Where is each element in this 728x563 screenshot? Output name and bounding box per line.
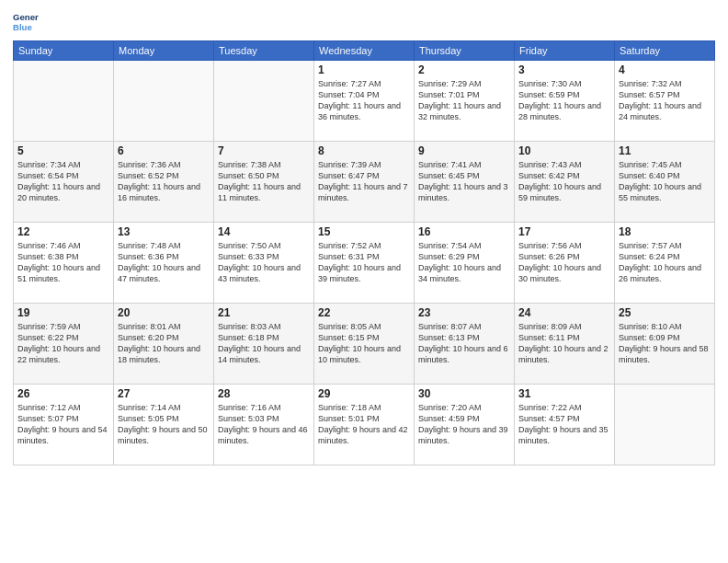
calendar-cell: 22Sunrise: 8:05 AMSunset: 6:15 PMDayligh… (314, 304, 415, 385)
calendar-cell: 13Sunrise: 7:48 AMSunset: 6:36 PMDayligh… (114, 223, 214, 304)
logo: General Blue (13, 9, 39, 35)
day-info: Sunrise: 7:30 AMSunset: 6:59 PMDaylight:… (518, 78, 610, 123)
calendar-header: SundayMondayTuesdayWednesdayThursdayFrid… (14, 41, 715, 61)
day-number: 3 (518, 63, 610, 76)
day-info: Sunrise: 7:22 AMSunset: 4:57 PMDaylight:… (518, 402, 610, 447)
svg-text:Blue: Blue (13, 22, 32, 32)
calendar-cell: 5Sunrise: 7:34 AMSunset: 6:54 PMDaylight… (14, 142, 114, 223)
day-info: Sunrise: 8:03 AMSunset: 6:18 PMDaylight:… (218, 321, 310, 366)
svg-text:General: General (13, 12, 39, 22)
day-number: 15 (318, 225, 410, 238)
day-info: Sunrise: 8:05 AMSunset: 6:15 PMDaylight:… (318, 321, 410, 366)
day-info: Sunrise: 7:34 AMSunset: 6:54 PMDaylight:… (17, 159, 109, 204)
calendar-cell: 11Sunrise: 7:45 AMSunset: 6:40 PMDayligh… (615, 142, 715, 223)
calendar-cell: 24Sunrise: 8:09 AMSunset: 6:11 PMDayligh… (515, 304, 615, 385)
weekday-header-monday: Monday (114, 41, 214, 61)
day-number: 26 (17, 387, 109, 400)
day-info: Sunrise: 7:12 AMSunset: 5:07 PMDaylight:… (17, 402, 109, 447)
day-info: Sunrise: 7:36 AMSunset: 6:52 PMDaylight:… (118, 159, 210, 204)
day-number: 25 (619, 306, 711, 319)
day-info: Sunrise: 7:32 AMSunset: 6:57 PMDaylight:… (619, 78, 711, 123)
calendar-cell: 20Sunrise: 8:01 AMSunset: 6:20 PMDayligh… (114, 304, 214, 385)
day-info: Sunrise: 7:27 AMSunset: 7:04 PMDaylight:… (318, 78, 410, 123)
calendar-body: 1Sunrise: 7:27 AMSunset: 7:04 PMDaylight… (14, 61, 715, 465)
day-number: 20 (118, 306, 210, 319)
calendar-cell: 30Sunrise: 7:20 AMSunset: 4:59 PMDayligh… (415, 385, 515, 465)
calendar-cell: 26Sunrise: 7:12 AMSunset: 5:07 PMDayligh… (14, 385, 114, 465)
calendar-cell (14, 61, 114, 142)
day-number: 7 (218, 144, 310, 157)
calendar-week-5: 26Sunrise: 7:12 AMSunset: 5:07 PMDayligh… (14, 385, 715, 465)
calendar-page: General Blue SundayMondayTuesdayWednesda… (0, 0, 728, 563)
calendar-cell: 31Sunrise: 7:22 AMSunset: 4:57 PMDayligh… (515, 385, 615, 465)
day-number: 5 (17, 144, 109, 157)
calendar-cell: 7Sunrise: 7:38 AMSunset: 6:50 PMDaylight… (214, 142, 314, 223)
day-number: 30 (418, 387, 510, 400)
calendar-week-2: 5Sunrise: 7:34 AMSunset: 6:54 PMDaylight… (14, 142, 715, 223)
day-info: Sunrise: 7:46 AMSunset: 6:38 PMDaylight:… (17, 240, 109, 285)
day-number: 24 (518, 306, 610, 319)
day-number: 17 (518, 225, 610, 238)
day-info: Sunrise: 7:56 AMSunset: 6:26 PMDaylight:… (518, 240, 610, 285)
calendar-cell: 18Sunrise: 7:57 AMSunset: 6:24 PMDayligh… (615, 223, 715, 304)
day-number: 21 (218, 306, 310, 319)
day-number: 10 (518, 144, 610, 157)
calendar-cell: 27Sunrise: 7:14 AMSunset: 5:05 PMDayligh… (114, 385, 214, 465)
calendar-cell: 12Sunrise: 7:46 AMSunset: 6:38 PMDayligh… (14, 223, 114, 304)
day-info: Sunrise: 7:45 AMSunset: 6:40 PMDaylight:… (619, 159, 711, 204)
day-number: 6 (118, 144, 210, 157)
calendar-cell (214, 61, 314, 142)
day-info: Sunrise: 7:59 AMSunset: 6:22 PMDaylight:… (17, 321, 109, 366)
calendar-cell: 8Sunrise: 7:39 AMSunset: 6:47 PMDaylight… (314, 142, 415, 223)
day-info: Sunrise: 8:07 AMSunset: 6:13 PMDaylight:… (418, 321, 510, 366)
day-info: Sunrise: 8:09 AMSunset: 6:11 PMDaylight:… (518, 321, 610, 366)
day-number: 22 (318, 306, 410, 319)
calendar-cell: 19Sunrise: 7:59 AMSunset: 6:22 PMDayligh… (14, 304, 114, 385)
calendar-week-1: 1Sunrise: 7:27 AMSunset: 7:04 PMDaylight… (14, 61, 715, 142)
calendar-cell (615, 385, 715, 465)
day-number: 31 (518, 387, 610, 400)
day-info: Sunrise: 7:39 AMSunset: 6:47 PMDaylight:… (318, 159, 410, 204)
weekday-header-sunday: Sunday (14, 41, 114, 61)
weekday-header-tuesday: Tuesday (214, 41, 314, 61)
calendar-cell: 1Sunrise: 7:27 AMSunset: 7:04 PMDaylight… (314, 61, 415, 142)
weekday-header-friday: Friday (515, 41, 615, 61)
calendar-cell: 21Sunrise: 8:03 AMSunset: 6:18 PMDayligh… (214, 304, 314, 385)
day-info: Sunrise: 8:10 AMSunset: 6:09 PMDaylight:… (619, 321, 711, 366)
day-number: 14 (218, 225, 310, 238)
day-info: Sunrise: 7:16 AMSunset: 5:03 PMDaylight:… (218, 402, 310, 447)
day-number: 2 (418, 63, 510, 76)
calendar-table: SundayMondayTuesdayWednesdayThursdayFrid… (13, 40, 715, 465)
calendar-week-3: 12Sunrise: 7:46 AMSunset: 6:38 PMDayligh… (14, 223, 715, 304)
header: General Blue (13, 9, 715, 35)
calendar-cell (114, 61, 214, 142)
day-number: 29 (318, 387, 410, 400)
weekday-row: SundayMondayTuesdayWednesdayThursdayFrid… (14, 41, 715, 61)
day-number: 27 (118, 387, 210, 400)
calendar-cell: 29Sunrise: 7:18 AMSunset: 5:01 PMDayligh… (314, 385, 415, 465)
day-number: 18 (619, 225, 711, 238)
day-info: Sunrise: 7:14 AMSunset: 5:05 PMDaylight:… (118, 402, 210, 447)
day-info: Sunrise: 7:54 AMSunset: 6:29 PMDaylight:… (418, 240, 510, 285)
calendar-cell: 14Sunrise: 7:50 AMSunset: 6:33 PMDayligh… (214, 223, 314, 304)
day-info: Sunrise: 8:01 AMSunset: 6:20 PMDaylight:… (118, 321, 210, 366)
day-info: Sunrise: 7:48 AMSunset: 6:36 PMDaylight:… (118, 240, 210, 285)
calendar-cell: 15Sunrise: 7:52 AMSunset: 6:31 PMDayligh… (314, 223, 415, 304)
day-number: 28 (218, 387, 310, 400)
calendar-cell: 6Sunrise: 7:36 AMSunset: 6:52 PMDaylight… (114, 142, 214, 223)
calendar-cell: 16Sunrise: 7:54 AMSunset: 6:29 PMDayligh… (415, 223, 515, 304)
calendar-cell: 17Sunrise: 7:56 AMSunset: 6:26 PMDayligh… (515, 223, 615, 304)
calendar-cell: 10Sunrise: 7:43 AMSunset: 6:42 PMDayligh… (515, 142, 615, 223)
weekday-header-thursday: Thursday (415, 41, 515, 61)
day-number: 19 (17, 306, 109, 319)
calendar-cell: 25Sunrise: 8:10 AMSunset: 6:09 PMDayligh… (615, 304, 715, 385)
day-info: Sunrise: 7:50 AMSunset: 6:33 PMDaylight:… (218, 240, 310, 285)
day-number: 23 (418, 306, 510, 319)
calendar-cell: 23Sunrise: 8:07 AMSunset: 6:13 PMDayligh… (415, 304, 515, 385)
day-number: 8 (318, 144, 410, 157)
day-info: Sunrise: 7:43 AMSunset: 6:42 PMDaylight:… (518, 159, 610, 204)
day-info: Sunrise: 7:52 AMSunset: 6:31 PMDaylight:… (318, 240, 410, 285)
day-number: 16 (418, 225, 510, 238)
day-number: 12 (17, 225, 109, 238)
day-number: 4 (619, 63, 711, 76)
